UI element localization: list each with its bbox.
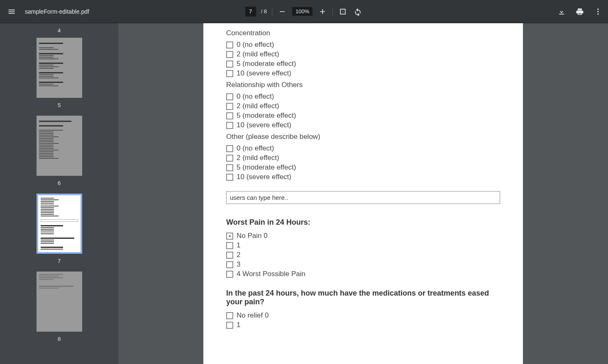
- thumb-label: 7: [58, 258, 61, 264]
- checkbox[interactable]: [226, 261, 233, 268]
- option-label: 5 (moderate effect): [237, 163, 296, 172]
- divider: [332, 7, 333, 16]
- option-label: 10 (severe effect): [237, 173, 291, 181]
- more-options-icon[interactable]: [593, 7, 603, 17]
- zoom-level-display: 100%: [292, 7, 313, 16]
- checkbox[interactable]: [226, 271, 233, 278]
- checkbox[interactable]: [226, 112, 233, 119]
- svg-point-0: [597, 8, 598, 10]
- option-label: 3: [237, 260, 240, 269]
- option-label: 1: [237, 321, 240, 329]
- section-heading: Worst Pain in 24 Hours:: [226, 218, 500, 227]
- option-label: 5 (moderate effect): [237, 112, 296, 120]
- thumb-label: 5: [58, 102, 61, 108]
- group-title: Relationship with Others: [226, 81, 500, 89]
- page-total-label: / 8: [261, 8, 267, 15]
- option-label: No relief 0: [237, 311, 269, 320]
- option-label: 0 (no effect): [237, 144, 274, 153]
- document-filename: sampleForm-editable.pdf: [25, 8, 89, 15]
- page-thumbnail-8[interactable]: [37, 272, 82, 332]
- checkbox[interactable]: [226, 155, 233, 162]
- checkbox[interactable]: [226, 322, 233, 329]
- group-title: Concentration: [226, 29, 500, 37]
- thumb-label: 8: [58, 336, 61, 342]
- checkbox[interactable]: [226, 61, 233, 68]
- thumbnail-sidebar[interactable]: 4 5: [0, 23, 118, 364]
- page-thumbnail-7[interactable]: [37, 194, 82, 254]
- checkbox[interactable]: [226, 51, 233, 58]
- divider: [272, 7, 272, 16]
- checkbox[interactable]: [226, 70, 233, 77]
- checkbox[interactable]: [226, 145, 233, 152]
- svg-point-1: [597, 11, 598, 12]
- group-title: Other (please describe below): [226, 133, 500, 141]
- checkbox[interactable]: [226, 122, 233, 129]
- option-label: 2 (mild effect): [237, 102, 279, 110]
- zoom-in-button[interactable]: [317, 7, 327, 17]
- checkbox[interactable]: [226, 93, 233, 100]
- option-label: 4 Worst Possible Pain: [237, 270, 305, 278]
- pdf-viewer[interactable]: Concentration 0 (no effect) 2 (mild effe…: [118, 23, 608, 364]
- option-label: 0 (no effect): [237, 41, 274, 49]
- checkbox[interactable]: [226, 242, 233, 249]
- checkbox[interactable]: [226, 252, 233, 259]
- checkbox[interactable]: [226, 103, 233, 110]
- fit-page-icon[interactable]: [338, 7, 348, 17]
- option-label: 5 (moderate effect): [237, 60, 296, 68]
- option-label: 2 (mild effect): [237, 154, 279, 162]
- option-label: 0 (no effect): [237, 92, 274, 101]
- rotate-icon[interactable]: [353, 7, 363, 17]
- option-label: 10 (severe effect): [237, 121, 291, 129]
- checkbox[interactable]: [226, 174, 233, 181]
- checkbox[interactable]: [226, 233, 233, 240]
- section-heading: In the past 24 hours, how much have the …: [226, 289, 500, 306]
- download-icon[interactable]: [557, 7, 566, 17]
- checkbox[interactable]: [226, 312, 233, 319]
- pdf-page: Concentration 0 (no effect) 2 (mild effe…: [203, 23, 523, 364]
- checkbox[interactable]: [226, 164, 233, 171]
- print-icon[interactable]: [575, 7, 585, 17]
- svg-point-2: [597, 13, 598, 15]
- page-thumbnail-4[interactable]: [37, 38, 82, 98]
- option-label: 2: [237, 251, 240, 259]
- thumb-label: 4: [58, 27, 61, 34]
- page-thumbnail-5[interactable]: [37, 116, 82, 176]
- describe-other-input[interactable]: [226, 191, 500, 204]
- zoom-out-button[interactable]: [277, 7, 287, 17]
- option-label: No Pain 0: [237, 232, 268, 240]
- menu-icon[interactable]: [7, 7, 17, 17]
- checkbox[interactable]: [226, 41, 233, 49]
- page-number-input[interactable]: [245, 7, 256, 17]
- option-label: 1: [237, 241, 240, 250]
- option-label: 2 (mild effect): [237, 50, 279, 58]
- option-label: 10 (severe effect): [237, 69, 291, 78]
- toolbar: sampleForm-editable.pdf / 8 100%: [0, 0, 608, 23]
- thumb-label: 6: [58, 180, 61, 186]
